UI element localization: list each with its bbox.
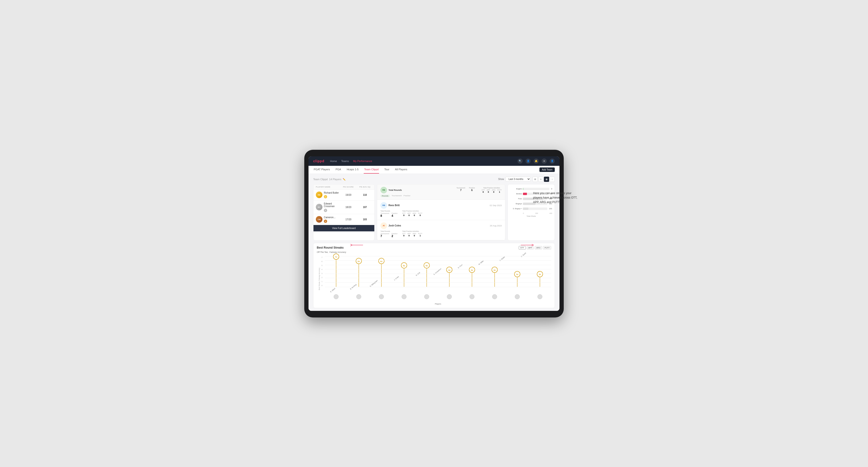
nav-my-performance[interactable]: My Performance [353,159,372,163]
view-toggle: ⊞ ≡ ▦ ↕ [533,177,555,182]
subnav-tour[interactable]: Tour [384,165,390,174]
streaks-title: Best Round Streaks [317,246,418,249]
tablet-device: clippd Home Teams My Performance 🔍 👤 🔔 ⊕… [304,150,564,317]
team-header: Team Clippd 14 Players ✏️ Show Last 3 mo… [313,177,555,182]
table-view-btn[interactable]: ↕ [550,177,555,182]
subnav-all-players[interactable]: All Players [395,165,408,174]
player-info: Cameron... 3 [324,216,335,223]
svg-text:D. Ford: D. Ford [458,264,463,269]
lb-col-player: PLAYER NAME [316,186,339,188]
profile-icon[interactable]: 👤 [526,158,531,164]
avatar-icon[interactable]: 👤 [550,158,555,164]
streaks-plot: 7xE. Ebert6xB. McHerg6xD. Billingham5xJ.… [325,256,551,302]
bar-label: Birdies [510,193,522,195]
view-full-leaderboard-button[interactable]: View Full Leaderboard [313,225,374,231]
lb-col-avg: PB AVG SQ [358,186,372,188]
svg-point-41 [492,294,497,299]
svg-point-36 [470,294,474,299]
add-team-button[interactable]: Add Team [539,167,555,172]
practice-label: Practice [392,233,398,235]
player-info: Edward Crossman 2 [324,203,339,212]
show-label: Show [498,178,504,181]
subnav-pgat[interactable]: PGAT Players [313,165,331,174]
svg-point-6 [334,294,338,299]
avatar: JC [380,222,387,229]
logo: clippd [313,159,324,163]
subnav-pga[interactable]: PGA [335,165,342,174]
svg-text:4x: 4x [471,269,473,271]
player-cards-panel: RB Total Rounds Tournament 7 Practice 6 [377,184,505,241]
edit-icon[interactable]: ✏️ [343,178,346,181]
svg-text:R. Britt: R. Britt [415,272,420,276]
player-name: Rees Britt [389,204,400,207]
bar-track [523,188,549,190]
x-axis-200: 200 [535,213,538,214]
y-tick-4: 4 [321,269,325,270]
period-dropdown[interactable]: Last 3 months Last 6 months Last 12 mont… [505,177,531,182]
bar-track [523,208,547,210]
list-view-btn[interactable]: ≡ [538,177,544,182]
player-2: EC Edward Crossman 2 [316,203,339,212]
filter-arg[interactable]: ARG [535,246,542,250]
practice-label: Practice [392,213,398,214]
streaks-chart-area: Best Streak, Fairway Accuracy 7 6 5 4 3 … [317,256,551,302]
nav-teams[interactable]: Teams [341,159,349,163]
rank-badge: 3 [324,220,327,223]
bar-chart-x-label: Total Shots [510,215,552,217]
player-name: Edward Crossman [324,203,339,208]
tablet-screen: clippd Home Teams My Performance 🔍 👤 🔔 ⊕… [309,156,559,311]
svg-text:J. Coles: J. Coles [394,276,399,281]
lb-avg: 110 [358,194,372,196]
subnav-hcaps[interactable]: Hcaps 1-5 [346,165,359,174]
svg-text:R. Butler: R. Butler [499,256,505,261]
svg-text:E. Crossman: E. Crossman [433,268,442,275]
lb-score: 17/20 [339,218,358,221]
tournament-label: Tournament [380,213,389,214]
table-row: EC Edward Crossman 2 18/20 107 [313,200,374,214]
bar-value: 131 [549,208,552,210]
y-axis-label: Best Streak, Fairway Accuracy [317,256,321,302]
svg-text:M. Miller: M. Miller [478,260,484,265]
subnav-team-clippd[interactable]: Team Clippd [364,165,379,174]
y-ticks: 7 6 5 4 3 2 1 0 [321,256,325,287]
add-circle-icon[interactable]: ⊕ [541,158,547,164]
card-view-btn[interactable]: ▦ [544,177,549,182]
bar-fill [523,193,527,195]
svg-text:6x: 6x [358,260,360,262]
search-icon[interactable]: 🔍 [518,158,523,164]
svg-text:5x: 5x [426,264,428,267]
player-name: Total Rounds [389,189,402,191]
avatar: CM [316,216,322,223]
svg-text:5x: 5x [403,264,405,267]
leaderboard-panel: PLAYER NAME PB SCORE PB AVG SQ RB Richar… [313,184,375,241]
annotation-text: Here you can see streaks your players ha… [533,191,580,205]
streaks-panel: Best Round Streaks OTT APP ARG PUTT [313,243,555,308]
y-tick-5: 5 [321,264,325,266]
avatar: RB [380,202,387,209]
streaks-svg: 7xE. Ebert6xB. McHerg6xD. Billingham5xJ.… [325,256,551,301]
lb-score: 19/20 [339,194,358,196]
svg-point-26 [424,294,429,299]
filter-putt[interactable]: PUTT [543,246,551,250]
annotation-arrow-right [520,243,534,247]
lb-avg: 103 [358,218,372,221]
table-row: CM Cameron... 3 17/20 103 [313,214,374,225]
player-1: RB Richard Butler 1 [316,191,339,198]
notification-icon[interactable]: 🔔 [533,158,539,164]
grid-view-btn[interactable]: ⊞ [533,177,538,182]
bar-label: Eagles [510,188,522,190]
svg-text:6x: 6x [380,260,382,262]
lb-score: 18/20 [339,206,358,209]
bar-label: Bogeys [510,203,522,205]
svg-point-11 [356,294,361,299]
svg-point-46 [515,294,520,299]
rank-badge: 2 [324,209,327,212]
nav-home[interactable]: Home [330,159,337,163]
bar-label: Pars [510,198,522,200]
practice-activities-label: Total Practice Activities [402,230,422,232]
bar-fill [523,208,528,210]
svg-text:4x: 4x [448,269,451,271]
rounds-label: Total Rounds [380,230,398,232]
bar-fill [523,188,523,190]
avatar: RB [316,191,322,198]
